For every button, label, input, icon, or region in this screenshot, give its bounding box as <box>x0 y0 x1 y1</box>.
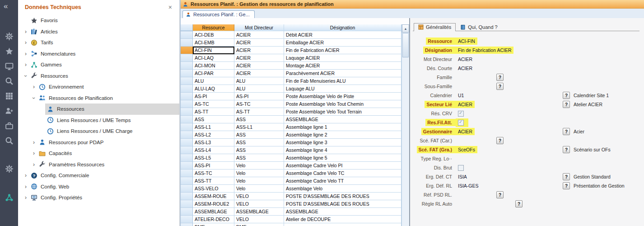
cell-designation[interactable]: Assemblage Cadre Velo TC <box>284 170 401 177</box>
column-header-mot-directeur[interactable]: Mot Directeur <box>234 24 284 31</box>
cell-ressource[interactable]: ACI-PAR <box>193 70 234 77</box>
column-header-ressource[interactable]: Ressource <box>193 24 234 31</box>
table-row[interactable]: ACI-FIN ACIER Fin de Fabrication ACIER <box>181 47 401 54</box>
cell-mot-directeur[interactable]: Velo <box>234 185 284 193</box>
cell-ressource[interactable]: ASS-L4 <box>193 146 234 154</box>
cell-mot-directeur[interactable]: ASS <box>234 116 284 123</box>
row-selector[interactable] <box>181 154 193 162</box>
row-selector[interactable] <box>181 185 193 193</box>
tree-item[interactable]: Liens Ressources / UME Charge <box>18 126 179 137</box>
table-row[interactable]: AS-TT AS-TT Poste Assemblage Velo Tout T… <box>181 108 401 116</box>
cell-mot-directeur[interactable]: ACIER <box>234 70 284 77</box>
cell-ressource[interactable]: ASS-L3 <box>193 139 234 146</box>
field-value[interactable]: ACIER <box>456 101 475 108</box>
cell-designation[interactable]: Assemblage Velo <box>284 185 401 193</box>
cell-mot-directeur[interactable]: AS-TT <box>234 108 284 116</box>
cell-ressource[interactable]: ATELIER-DECO <box>193 216 234 223</box>
row-selector[interactable] <box>181 70 193 77</box>
cell-mot-directeur[interactable]: VELO <box>234 216 284 223</box>
table-row[interactable]: ACI-LAQ ACIER Laquage ACIER <box>181 54 401 62</box>
row-selector[interactable] <box>181 100 193 108</box>
cell-ressource[interactable]: ASS <box>193 116 234 123</box>
tree-item[interactable]: › Config. Propriétés <box>18 192 179 203</box>
table-row[interactable]: ASS-L1 ASS-L1 Assemblage ligne 1 <box>181 123 401 131</box>
cell-ressource[interactable]: ASS-L1 <box>193 123 234 131</box>
cell-mot-directeur[interactable]: ASS <box>234 146 284 154</box>
cell-ressource[interactable]: BME <box>193 223 234 226</box>
document-tab[interactable]: Ressources Planif. : Ge... <box>182 10 255 19</box>
cell-mot-directeur[interactable]: Velo <box>234 162 284 170</box>
row-selector[interactable] <box>181 77 193 85</box>
cell-designation[interactable]: POSTE D'ASSEMBLAGE DES ROUES <box>284 193 401 200</box>
row-selector[interactable] <box>181 85 193 93</box>
chevron-icon[interactable]: › <box>31 139 37 146</box>
field-value[interactable]: ISIA-GES <box>456 182 481 189</box>
cell-mot-directeur[interactable]: AS-PI <box>234 93 284 100</box>
table-row[interactable]: ASS-TC Velo Assemblage Cadre Velo TC <box>181 170 401 177</box>
tree-item[interactable]: › Ressources pour PDAP <box>18 137 179 148</box>
row-selector[interactable] <box>181 39 193 47</box>
table-row[interactable]: ACI-MON ACIER Montage ACIER <box>181 62 401 70</box>
gear-icon[interactable] <box>4 164 14 173</box>
table-row[interactable]: ASS ASS ASSEMBLAGE <box>181 116 401 123</box>
chevron-icon[interactable]: › <box>23 172 29 179</box>
cell-mot-directeur[interactable]: ASS <box>234 154 284 162</box>
cell-ressource[interactable]: AS-TT <box>193 108 234 116</box>
chevron-icon[interactable]: › <box>23 73 29 79</box>
row-selector[interactable] <box>181 223 193 226</box>
cell-ressource[interactable]: ASS-TT <box>193 177 234 185</box>
row-selector[interactable] <box>181 108 193 116</box>
cell-designation[interactable]: Assemblage ligne 4 <box>284 146 401 154</box>
row-selector[interactable] <box>181 177 193 185</box>
row-selector[interactable] <box>181 193 193 200</box>
checkbox[interactable] <box>458 111 464 117</box>
cell-ressource[interactable]: ACI-DEB <box>193 31 234 39</box>
tree-item[interactable]: › Capacités <box>18 148 179 159</box>
row-selector[interactable] <box>181 170 193 177</box>
cell-mot-directeur[interactable]: ASS <box>234 131 284 139</box>
tree-item[interactable]: › Nomenclatures <box>18 48 179 60</box>
network-icon[interactable] <box>4 193 14 202</box>
chevron-icon[interactable]: › <box>23 184 29 190</box>
cell-designation[interactable]: Laquage ACIER <box>284 54 401 62</box>
cell-ressource[interactable]: ACI-MON <box>193 62 234 70</box>
field-value[interactable] <box>456 118 468 127</box>
cell-mot-directeur[interactable]: Velo <box>234 170 284 177</box>
star-icon[interactable] <box>4 47 14 56</box>
close-panel-icon[interactable]: × <box>167 4 174 11</box>
help-button[interactable]: ? <box>563 182 570 189</box>
table-row[interactable]: AS-TC AS-TC Poste Assemblage Velo Tout C… <box>181 100 401 108</box>
cell-mot-directeur[interactable]: BME <box>234 223 284 226</box>
user-add-icon[interactable] <box>4 106 14 115</box>
cell-designation[interactable]: Fin de Fab Menuiseries ALU <box>284 77 401 85</box>
cell-ressource[interactable]: ASSEMBLAGE <box>193 208 234 216</box>
chevron-icon[interactable]: › <box>31 95 37 101</box>
cell-mot-directeur[interactable]: ALU <box>234 77 284 85</box>
table-row[interactable]: BME BME <box>181 223 401 226</box>
tree-item[interactable]: › Gammes <box>18 59 179 71</box>
cell-designation[interactable]: Montage ACIER <box>284 62 401 70</box>
table-row[interactable]: ASS-TT Velo Assemblage Cadre Velo TT <box>181 177 401 185</box>
checkbox[interactable] <box>458 120 464 126</box>
help-button[interactable]: ? <box>496 74 504 81</box>
cell-mot-directeur[interactable]: AS-TC <box>234 100 284 108</box>
table-row[interactable]: ASSEM-ROUE2 VELO POSTE D'ASSEMBLAGE DES … <box>181 200 401 208</box>
tab-qui-quand[interactable]: Qui, Quand ? <box>456 23 502 31</box>
field-value[interactable]: ACIER <box>456 128 475 135</box>
cell-ressource[interactable]: ALU <box>193 77 234 85</box>
cell-mot-directeur[interactable]: VELO <box>234 200 284 208</box>
field-value[interactable]: ACIER <box>456 56 475 63</box>
table-row[interactable]: ALU ALU Fin de Fab Menuiseries ALU <box>181 77 401 85</box>
field-value[interactable]: ACIER <box>456 65 475 72</box>
cell-mot-directeur[interactable]: ASS-L1 <box>234 123 284 131</box>
briefcase-icon[interactable] <box>4 121 14 130</box>
tree-item[interactable]: › £ Tarifs <box>18 37 179 48</box>
cell-ressource[interactable]: ALU-LAQ <box>193 85 234 93</box>
tree-item[interactable]: › Ressources de Planification <box>18 93 179 104</box>
table-row[interactable]: ASS-VELO Velo Assemblage Velo <box>181 185 401 193</box>
cell-designation[interactable]: Assemblage ligne 1 <box>284 123 401 131</box>
cell-mot-directeur[interactable]: ASSEMBLAGE <box>234 208 284 216</box>
cell-ressource[interactable]: ASS-L5 <box>193 154 234 162</box>
table-row[interactable]: AS-PI AS-PI Poste Assemblage Velo de Pis… <box>181 93 401 100</box>
row-selector[interactable] <box>181 116 193 123</box>
